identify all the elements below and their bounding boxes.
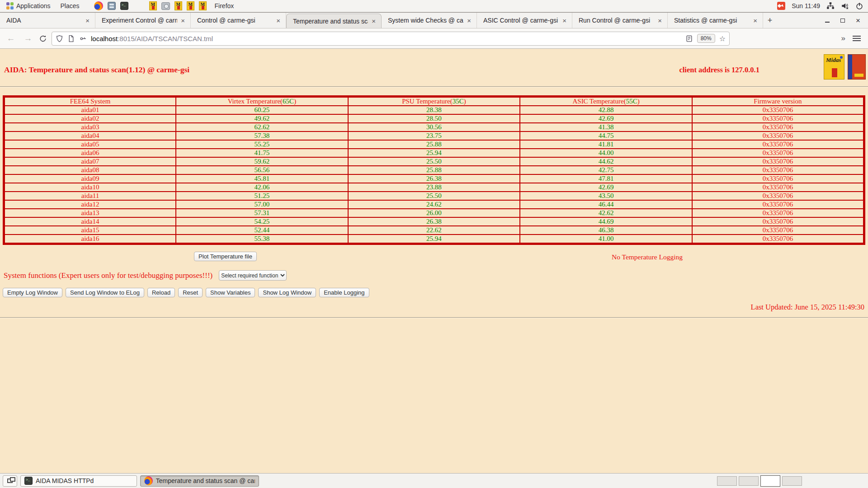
browser-tab[interactable]: Run Control @ carme-gsi×	[572, 13, 668, 28]
midas-logo: Midas	[824, 54, 844, 80]
browser-tab[interactable]: Control @ carme-gsi×	[191, 13, 286, 28]
action-button[interactable]: Show Log Window	[258, 288, 316, 297]
launcher-icons	[94, 1, 207, 10]
active-app-label[interactable]: Firefox	[213, 2, 236, 9]
action-button[interactable]: Empty Log Window	[3, 288, 62, 297]
divider	[0, 86, 868, 87]
menu-icon[interactable]	[853, 36, 861, 41]
close-button[interactable]: ×	[854, 17, 862, 24]
tab-close-icon[interactable]: ×	[370, 17, 377, 25]
reload-icon[interactable]	[39, 35, 47, 42]
permissions-icon[interactable]	[79, 35, 87, 42]
cell-virtex: 42.06	[176, 183, 348, 192]
firefox-launcher-icon[interactable]	[94, 1, 103, 10]
midas-window-icon[interactable]	[149, 1, 157, 10]
cell-system: aida09	[4, 174, 176, 183]
plot-temperature-button[interactable]: Plot Temperature file	[194, 252, 257, 261]
bookmark-star-icon[interactable]: ☆	[719, 34, 726, 43]
cell-system: aida06	[4, 149, 176, 157]
tab-title: AIDA	[6, 17, 82, 24]
cell-firmware: 0x3350706	[692, 114, 864, 123]
tab-close-icon[interactable]: ×	[274, 17, 282, 24]
forward-button[interactable]: →	[22, 33, 34, 43]
terminal-launcher-icon[interactable]	[120, 2, 128, 10]
url-text[interactable]: localhost:8015/AIDA/TSCAN/TSCAN.tml	[91, 35, 681, 42]
tab-close-icon[interactable]: ×	[84, 17, 91, 24]
browser-tab[interactable]: AIDA×	[0, 13, 95, 28]
overflow-menu-icon[interactable]: »	[841, 34, 845, 43]
shield-icon[interactable]	[56, 35, 63, 42]
maximize-button[interactable]	[839, 17, 846, 24]
taskbar-window-button[interactable]: Temperature and status scan @ car...	[140, 475, 259, 487]
network-icon[interactable]	[826, 2, 835, 10]
clock[interactable]: Sun 11:49	[792, 2, 820, 9]
show-desktop-button[interactable]	[3, 475, 17, 487]
zoom-indicator[interactable]: 80%	[697, 34, 715, 43]
screenshot-window-icon[interactable]	[161, 2, 170, 10]
table-row: aida0555.2525.8841.810x3350706	[4, 140, 864, 149]
back-button[interactable]: ←	[5, 33, 17, 43]
tab-close-icon[interactable]: ×	[465, 17, 473, 24]
browser-tab[interactable]: ASIC Control @ carme-gsi×	[477, 13, 572, 28]
tab-title: Control @ carme-gsi	[197, 17, 273, 24]
cell-firmware: 0x3350706	[692, 200, 864, 209]
action-button[interactable]: Send Log Window to ELog	[66, 288, 144, 297]
files-launcher-icon[interactable]	[108, 2, 116, 10]
new-tab-button[interactable]: +	[763, 14, 777, 27]
tab-close-icon[interactable]: ×	[656, 17, 664, 24]
browser-tab[interactable]: System wide Checks @ carme-gsi×	[382, 13, 477, 28]
action-button[interactable]: Show Variables	[206, 288, 255, 297]
browser-tab[interactable]: Temperature and status scan @ carme-gsi×	[286, 14, 382, 28]
divider	[0, 317, 868, 318]
column-header: ASIC Temperature(55C)	[520, 97, 692, 106]
gnome-top-bar: Applications Places Firefox Sun 11:49	[0, 0, 868, 12]
reader-mode-icon[interactable]	[685, 35, 693, 42]
table-row: aida0856.5625.8842.750x3350706	[4, 166, 864, 174]
browser-tab[interactable]: Statistics @ carme-gsi×	[668, 13, 763, 28]
cell-asic: 42.75	[520, 166, 692, 174]
tab-title: Temperature and status scan @ carme-gsi	[293, 18, 368, 25]
midas-logo-text: Midas	[826, 56, 841, 64]
cell-system: aida12	[4, 200, 176, 209]
notification-icon[interactable]	[777, 2, 785, 10]
function-select[interactable]: Select required function	[219, 270, 287, 281]
workspace-4[interactable]	[782, 476, 802, 486]
applications-menu[interactable]: Applications	[5, 2, 52, 9]
cell-asic: 47.81	[520, 174, 692, 183]
page-info-icon[interactable]	[67, 35, 75, 42]
tab-close-icon[interactable]: ×	[561, 17, 568, 24]
tab-title: Run Control @ carme-gsi	[579, 17, 654, 24]
task-buttons: AIDA MIDAS HTTPdTemperature and status s…	[20, 475, 259, 487]
midas-window-icon[interactable]	[187, 1, 194, 10]
browser-tab[interactable]: Experiment Control @ carme-gsi×	[95, 13, 191, 28]
cell-firmware: 0x3350706	[692, 149, 864, 157]
action-button[interactable]: Reload	[147, 288, 175, 297]
midas-window-icon[interactable]	[175, 1, 182, 10]
taskbar-window-label: AIDA MIDAS HTTPd	[36, 477, 94, 484]
workspace-switcher	[717, 475, 865, 487]
volume-muted-icon[interactable]	[841, 2, 849, 10]
cell-virtex: 49.62	[176, 114, 348, 123]
cell-virtex: 57.38	[176, 131, 348, 140]
workspace-3[interactable]	[760, 475, 780, 487]
applications-icon	[6, 2, 14, 9]
action-button[interactable]: Enable Logging	[319, 288, 369, 297]
cell-virtex: 60.25	[176, 106, 348, 114]
workspace-1[interactable]	[717, 476, 737, 486]
tab-close-icon[interactable]: ×	[751, 17, 759, 24]
power-icon[interactable]	[855, 2, 863, 10]
action-button[interactable]: Reset	[178, 288, 203, 297]
cell-psu: 25.88	[348, 166, 520, 174]
minimize-button[interactable]	[824, 17, 831, 24]
places-menu[interactable]: Places	[59, 2, 81, 9]
cell-system: aida03	[4, 123, 176, 131]
taskbar-window-button[interactable]: AIDA MIDAS HTTPd	[20, 475, 137, 487]
cell-asic: 44.00	[520, 149, 692, 157]
temperature-table: FEE64 SystemVirtex Temperature(65C)PSU T…	[3, 95, 865, 245]
tab-close-icon[interactable]: ×	[179, 17, 187, 24]
url-bar[interactable]: localhost:8015/AIDA/TSCAN/TSCAN.tml 80% …	[52, 32, 730, 46]
midas-window-icon[interactable]	[199, 1, 207, 10]
table-row: aida1357.3126.0042.620x3350706	[4, 209, 864, 217]
window-controls: ×	[817, 13, 868, 28]
workspace-2[interactable]	[739, 476, 759, 486]
